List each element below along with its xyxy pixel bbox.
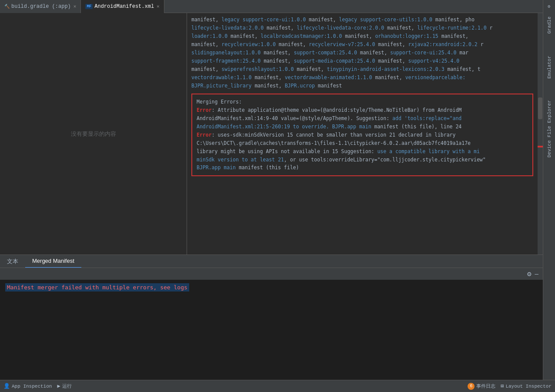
- manifest-line-4: manifest, recyclerview:1.0.0 manifest, r…: [191, 40, 533, 49]
- manifest-line-6: support-fragment:25.4.0 manifest, suppor…: [191, 57, 533, 65]
- tab-bar: 🔨 build.gradle (:app) ✕ MF AndroidManife…: [0, 0, 555, 13]
- app-inspection-icon: 👤: [3, 383, 10, 389]
- layout-inspector-icon: ⊞: [501, 383, 504, 389]
- app-inspection-status[interactable]: 👤 App Inspection: [3, 383, 52, 389]
- manifest-line-5: slidingpanelayout:1.0.0 manifest, suppor…: [191, 49, 533, 57]
- gradle-tab-icon: ⚙: [548, 4, 550, 9]
- run-icon: ▶: [57, 383, 60, 389]
- run-label: 运行: [62, 383, 72, 389]
- error-2-line4: minSdk version to at least 21, or use to…: [197, 156, 528, 164]
- editor-right-panel: manifest, legacy support-core-ui:1.0.0 m…: [187, 13, 543, 255]
- tab-text[interactable]: 文本: [0, 255, 25, 268]
- link-lifecycle-runtime[interactable]: lifecycle-runtime:2.1.0: [417, 25, 486, 31]
- error2-label: Error: [197, 132, 212, 138]
- link-versionedparcelable[interactable]: versionedparcelable:: [405, 74, 465, 80]
- log-error-message: Manifest merger failed with multiple err…: [5, 283, 189, 291]
- content-wrapper: 没有要显示的内容 manifest, legacy support-core-u…: [0, 13, 543, 380]
- link-minsdk-version[interactable]: minSdk version to at least 21: [197, 157, 284, 163]
- bottom-tab-bar: 文本 Merged Manifest: [0, 255, 543, 268]
- error-box: Merging Errors: Error: Attribute applica…: [191, 94, 533, 177]
- link-vectordrawable[interactable]: vectordrawable:1.1.0: [191, 74, 251, 80]
- gradle-tab-button[interactable]: ⚙: [543, 0, 555, 13]
- left-panel-empty-text: 没有要显示的内容: [71, 130, 116, 138]
- error-indicator: [538, 146, 543, 147]
- link-support-fragment[interactable]: support-fragment:25.4.0: [191, 58, 261, 64]
- manifest-line-1: manifest, legacy support-core-ui:1.0.0 m…: [191, 16, 533, 24]
- tab-merged-manifest[interactable]: Merged Manifest: [25, 255, 81, 268]
- link-tools-replace[interactable]: add 'tools:replace="and: [392, 115, 461, 121]
- editor-section: 没有要显示的内容 manifest, legacy support-core-u…: [0, 13, 543, 255]
- status-bar: 👤 App Inspection ▶ 运行 6 事件日志 ⊞ Layout In…: [0, 380, 555, 392]
- manifest-line-2: lifecycle-livedata:2.0.0 manifest, lifec…: [191, 24, 533, 32]
- layout-inspector-label: Layout Inspector: [505, 384, 552, 389]
- link-localbroadcastmanager[interactable]: localbroadcastmanager:1.0.0: [261, 33, 342, 39]
- build-gradle-icon: 🔨: [4, 4, 10, 9]
- error-2-line2: C:\Users\DCT\.gradle\caches\transforms-1…: [197, 139, 528, 147]
- error-1: Error: Attribute application@theme value…: [197, 106, 528, 114]
- log-panel: ↵ ↓ Manifest merger failed with multiple…: [0, 280, 543, 380]
- error-1-line3: AndroidManifest.xml:21:5-260:19 to overr…: [197, 123, 528, 131]
- tab-build-gradle-label: build.gradle (:app): [11, 3, 71, 10]
- tab-android-manifest[interactable]: MF AndroidManifest.xml ✕: [81, 0, 164, 13]
- settings-button[interactable]: ⚙: [527, 270, 532, 278]
- merging-errors-title: Merging Errors:: [197, 98, 528, 106]
- minimize-button[interactable]: —: [535, 271, 538, 278]
- manifest-line-8: vectordrawable:1.1.0 manifest, vectordra…: [191, 74, 533, 82]
- app-inspection-label: App Inspection: [12, 384, 52, 389]
- link-support-compat[interactable]: support-compat:25.4.0: [294, 50, 357, 56]
- link-legacy-support-core-ui[interactable]: legacy support-core-ui:1.0.0: [221, 17, 306, 23]
- right-sidebar: ⚡ Gradle Emulator Device File Explorer: [543, 0, 555, 380]
- log-toolbar: ⚙ —: [0, 268, 543, 280]
- log-error-line: Manifest merger failed with multiple err…: [5, 284, 538, 291]
- layout-inspector-status[interactable]: ⊞ Layout Inspector: [501, 383, 552, 389]
- link-recyclerview[interactable]: recyclerview:1.0.0: [221, 41, 276, 47]
- manifest-mf-icon: MF: [85, 4, 93, 9]
- gradle-sidebar-label[interactable]: Gradle: [547, 17, 552, 34]
- sidebar-tools: Gradle Emulator Device File Explorer: [547, 13, 552, 380]
- link-lifecycle-livedata[interactable]: lifecycle-livedata:2.0.0: [191, 25, 264, 31]
- link-compatible-library[interactable]: use a compatible library with a mi: [377, 148, 479, 154]
- link-loader[interactable]: loader:1.0.0: [191, 33, 227, 39]
- scrollbar-thumb[interactable]: [538, 97, 542, 119]
- left-panel: 没有要显示的内容: [0, 13, 187, 255]
- link-legacy-support-core-utils[interactable]: legacy support-core-utils:1.0.0: [339, 17, 432, 23]
- error-2-line5: BJPR.app main manifest (this file): [197, 164, 528, 172]
- event-count-badge: 6: [468, 383, 475, 390]
- error1-label: Error: [197, 107, 212, 113]
- link-slidingpanelayout[interactable]: slidingpanelayout:1.0.0: [191, 50, 261, 56]
- link-androidmanifest-line[interactable]: AndroidManifest.xml:21:5-260:19 to overr…: [197, 124, 371, 130]
- link-lifecycle-livedata-core[interactable]: lifecycle-livedata-core:2.0.0: [297, 25, 384, 31]
- editor-content: manifest, legacy support-core-ui:1.0.0 m…: [187, 13, 538, 182]
- link-support-core-ui[interactable]: support-core-ui:25.4.0: [390, 50, 456, 56]
- error-2: Error: uses-sdk:minSdkVersion 15 cannot …: [197, 131, 528, 139]
- link-tinypinyin[interactable]: tinypinyin-android-asset-lexicons:2.0.3: [327, 66, 445, 72]
- vertical-scrollbar[interactable]: [538, 13, 543, 255]
- tab-build-gradle[interactable]: 🔨 build.gradle (:app) ✕: [0, 0, 81, 13]
- link-bjpr-ucrop[interactable]: BJPR.ucrop: [285, 83, 315, 89]
- link-vectordrawable-animated[interactable]: vectordrawable-animated:1.1.0: [285, 74, 372, 80]
- error-2-line3: library might be using APIs not availabl…: [197, 147, 528, 156]
- link-recyclerview-v7[interactable]: recyclerview-v7:25.4.0: [309, 41, 375, 47]
- tab-build-gradle-close[interactable]: ✕: [74, 3, 77, 9]
- link-swiperefreshlayout[interactable]: swiperefreshlayout:1.0.0: [221, 66, 294, 72]
- link-support-media-compat[interactable]: support-media-compat:25.4.0: [294, 58, 375, 64]
- link-bjpr-app-main[interactable]: BJPR.app main: [197, 164, 236, 171]
- tab-android-manifest-label: AndroidManifest.xml: [94, 3, 154, 10]
- link-rxjava2[interactable]: rxjava2:rxandroid:2.0.2: [408, 41, 478, 47]
- manifest-line-3: loader:1.0.0 manifest, localbroadcastman…: [191, 32, 533, 40]
- tab-android-manifest-close[interactable]: ✕: [157, 3, 160, 9]
- events-status[interactable]: 6 事件日志: [468, 383, 495, 390]
- emulator-sidebar-label[interactable]: Emulator: [547, 56, 552, 79]
- device-file-sidebar-label[interactable]: Device File Explorer: [547, 100, 552, 157]
- link-orhanobut-logger[interactable]: orhanobut:logger:1.15: [375, 33, 438, 39]
- bottom-section: 文本 Merged Manifest ⚙ — ↵ ↓ Manifest merg…: [0, 255, 543, 380]
- manifest-line-7: manifest, swiperefreshlayout:1.0.0 manif…: [191, 65, 533, 74]
- run-status[interactable]: ▶ 运行: [57, 383, 71, 389]
- error-1-line2: AndroidManifest.xml:14:9-40 value=(@styl…: [197, 114, 528, 123]
- link-bjpr-picture-library[interactable]: BJPR.picture_library: [191, 83, 251, 89]
- link-support-v4[interactable]: support-v4:25.4.0: [408, 58, 460, 64]
- events-label: 事件日志: [476, 383, 495, 389]
- manifest-line-9: BJPR.picture_library manifest, BJPR.ucro…: [191, 82, 533, 90]
